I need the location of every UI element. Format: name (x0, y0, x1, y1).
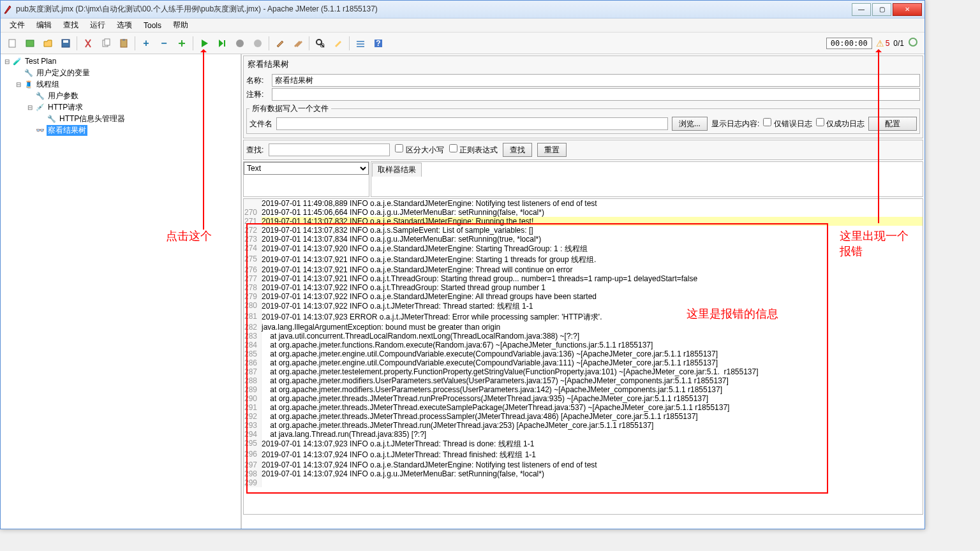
menu-search[interactable]: 查找 (58, 18, 84, 32)
search-label: 查找: (246, 145, 264, 156)
clear-button[interactable] (272, 35, 288, 52)
function-helper-button[interactable] (352, 35, 369, 52)
test-plan-tree[interactable]: ⊟🧪Test Plan 🔧用户定义的变量 ⊟🧵线程组 🔧用户参数 ⊟💉HTTP请… (1, 54, 242, 529)
svg-rect-16 (357, 43, 364, 45)
thread-ratio: 0/1 (893, 39, 904, 48)
warning-indicator[interactable]: ⚠ 5 (876, 38, 890, 48)
regex-checkbox[interactable]: 正则表达式 (449, 144, 498, 156)
tree-view-results-tree[interactable]: 察看结果树 (47, 125, 87, 136)
stop-button[interactable] (232, 35, 248, 52)
log-line: 2712019-07-01 14:13:07,832 INFO o.a.j.e.… (244, 217, 923, 226)
log-line: 291 at org.apache.jmeter.threads.JMeterT… (244, 403, 923, 412)
expand-icon[interactable]: ⊟ (15, 81, 22, 88)
tree-user-params[interactable]: 用户参数 (47, 91, 80, 101)
main-panel: 察看结果树 名称: 注释: 所有数据写入一个文件 文件名 浏览... 显示日志内… (242, 54, 924, 529)
tree-http-request[interactable]: HTTP请求 (47, 102, 84, 113)
clear-all-button[interactable] (290, 35, 306, 52)
log-line: 2762019-07-01 14:13:07,921 INFO o.a.j.e.… (244, 265, 923, 274)
wrench-icon: 🔧 (24, 68, 34, 78)
find-button[interactable]: 查找 (503, 143, 532, 157)
log-line: 288 at org.apache.jmeter.modifiers.UserP… (244, 376, 923, 385)
log-line: 299 (244, 478, 923, 487)
app-window: pub灰度测试.jmx (D:\jmx\自动化测试\00.个人练手用例\pub灰… (0, 0, 925, 529)
sampler-result-tab[interactable]: 取样器结果 (372, 163, 422, 177)
svg-point-20 (909, 38, 917, 46)
new-button[interactable] (4, 35, 20, 52)
expand-icon[interactable]: ⊟ (3, 58, 11, 65)
log-line: 283 at java.util.concurrent.ThreadLocalR… (244, 332, 923, 341)
log-horizontal-scrollbar[interactable] (243, 516, 923, 527)
expand-icon[interactable]: ⊟ (26, 104, 34, 111)
copy-button[interactable] (98, 35, 114, 52)
start-no-pause-button[interactable] (214, 35, 230, 52)
log-line: 2782019-07-01 14:13:07,922 INFO o.a.j.t.… (244, 283, 923, 292)
reset-button[interactable]: 重置 (537, 143, 567, 157)
search-input[interactable] (269, 143, 390, 156)
titlebar: pub灰度测试.jmx (D:\jmx\自动化测试\00.个人练手用例\pub灰… (1, 1, 924, 18)
menu-options[interactable]: 选项 (112, 18, 137, 32)
close-button[interactable]: ✕ (893, 3, 922, 16)
log-line: 2802019-07-01 14:13:07,922 INFO o.a.j.t.… (244, 301, 923, 312)
svg-rect-15 (357, 41, 364, 42)
menu-run[interactable]: 运行 (85, 18, 110, 32)
maximize-button[interactable]: ▢ (872, 3, 891, 16)
menu-edit[interactable]: 编辑 (31, 18, 57, 32)
search-bar: 查找: 区分大小写 正则表达式 查找 重置 (243, 140, 923, 160)
shutdown-button[interactable] (249, 35, 266, 52)
menu-tools[interactable]: Tools (138, 20, 167, 31)
filename-label: 文件名 (249, 119, 272, 129)
save-button[interactable] (57, 35, 74, 52)
filename-input[interactable] (276, 117, 668, 130)
help-button[interactable]: ? (370, 35, 387, 52)
wrench-icon: 🔧 (47, 114, 57, 124)
expand-button[interactable]: + (138, 35, 154, 52)
app-icon (3, 4, 13, 15)
tree-test-plan[interactable]: Test Plan (24, 57, 57, 66)
log-line: 2752019-07-01 14:13:07,921 INFO o.a.j.e.… (244, 254, 923, 265)
name-label: 名称: (246, 75, 272, 86)
svg-point-11 (254, 40, 262, 47)
open-button[interactable] (40, 35, 56, 52)
toolbar: + − ? 00:00:00 ⚠ 5 0/1 (1, 33, 924, 54)
beaker-icon: 🧪 (12, 56, 22, 66)
svg-rect-17 (357, 46, 364, 47)
collapse-button[interactable]: − (156, 35, 172, 52)
binoculars-icon: 👓 (35, 125, 45, 135)
start-button[interactable] (196, 35, 212, 52)
dropper-icon: 💉 (35, 102, 45, 112)
config-button[interactable]: 配置 (868, 117, 917, 131)
menu-file[interactable]: 文件 (4, 18, 30, 32)
reset-search-button[interactable] (330, 35, 346, 52)
tree-user-vars[interactable]: 用户定义的变量 (35, 68, 91, 78)
svg-rect-5 (105, 39, 110, 45)
svg-point-8 (181, 42, 183, 45)
log-line: 2019-07-01 11:49:08,889 INFO o.a.j.e.Sta… (244, 199, 923, 208)
log-line: 2742019-07-01 14:13:07,920 INFO o.a.j.e.… (244, 244, 923, 254)
search-button[interactable] (312, 35, 329, 52)
minimize-button[interactable]: — (852, 3, 871, 16)
results-list[interactable]: Text (243, 161, 369, 197)
name-input[interactable] (272, 74, 920, 87)
comment-input[interactable] (272, 88, 920, 101)
browse-button[interactable]: 浏览... (672, 117, 708, 131)
svg-rect-7 (122, 39, 125, 41)
only-error-checkbox[interactable]: 仅错误日志 (763, 118, 812, 129)
case-sensitive-checkbox[interactable]: 区分大小写 (395, 144, 443, 156)
elapsed-timer: 00:00:00 (826, 38, 872, 49)
log-line: 2952019-07-01 14:13:07,923 INFO o.a.j.t.… (244, 439, 923, 450)
tree-thread-group[interactable]: 线程组 (35, 79, 61, 90)
menu-help[interactable]: 帮助 (168, 18, 193, 32)
log-line: 284 at org.apache.jmeter.functions.Rando… (244, 341, 923, 349)
log-line: 286 at org.apache.jmeter.engine.util.Com… (244, 358, 923, 367)
cut-button[interactable] (80, 35, 96, 52)
paste-button[interactable] (115, 35, 132, 52)
tree-header-manager[interactable]: HTTP信息头管理器 (58, 114, 126, 124)
templates-button[interactable] (22, 35, 38, 52)
log-line: 293 at org.apache.jmeter.threads.JMeterT… (244, 421, 923, 430)
svg-rect-0 (9, 40, 15, 47)
render-type-select[interactable]: Text (244, 162, 369, 175)
toggle-button[interactable] (174, 35, 190, 52)
log-panel[interactable]: 2019-07-01 11:49:08,889 INFO o.a.j.e.Sta… (243, 198, 923, 515)
show-log-label: 显示日志内容: (711, 119, 759, 129)
only-success-checkbox[interactable]: 仅成功日志 (816, 118, 865, 129)
